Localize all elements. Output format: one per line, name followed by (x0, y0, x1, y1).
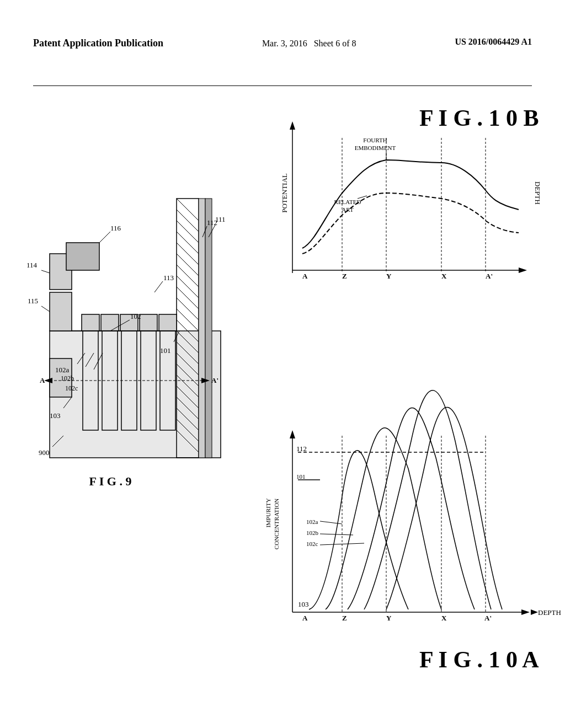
svg-text:103: 103 (50, 411, 61, 420)
svg-marker-100 (521, 609, 530, 615)
svg-text:IMPURITY: IMPURITY (265, 498, 271, 527)
svg-text:102b: 102b (306, 529, 319, 536)
header-publication-type: Patent Application Publication (33, 37, 163, 50)
svg-text:F I G . 1 0 B: F I G . 1 0 B (419, 105, 539, 131)
svg-text:102: 102 (130, 312, 141, 320)
svg-rect-32 (101, 314, 119, 331)
svg-line-6 (177, 243, 199, 265)
svg-line-2 (177, 199, 199, 221)
svg-line-54 (99, 232, 110, 243)
svg-text:103: 103 (298, 600, 309, 608)
svg-text:DEPTH: DEPTH (538, 608, 561, 617)
svg-rect-24 (199, 199, 205, 458)
svg-rect-37 (50, 292, 72, 331)
svg-line-50 (41, 306, 50, 312)
svg-marker-102 (531, 609, 538, 615)
svg-line-5 (177, 232, 199, 254)
svg-text:102a: 102a (55, 366, 70, 374)
svg-line-12 (177, 309, 199, 331)
svg-line-10 (177, 287, 199, 309)
svg-text:A': A' (484, 614, 492, 622)
svg-text:F I G .  9: F I G . 9 (89, 474, 132, 488)
svg-line-4 (177, 221, 199, 243)
main-diagram: A A' 900 103 115 114 116 113 112 111 102 (0, 83, 565, 728)
svg-text:112: 112 (296, 445, 307, 453)
svg-text:101: 101 (160, 346, 171, 355)
svg-line-119 (320, 534, 353, 535)
svg-text:X: X (441, 614, 447, 622)
svg-text:ART: ART (342, 206, 354, 213)
svg-text:Z: Z (342, 614, 347, 622)
svg-marker-75 (519, 267, 527, 273)
svg-rect-25 (205, 199, 212, 458)
svg-line-11 (177, 298, 199, 320)
svg-text:POTENTIAL: POTENTIAL (280, 173, 289, 213)
svg-text:Z: Z (342, 272, 347, 280)
svg-text:101: 101 (296, 473, 306, 480)
svg-text:102c: 102c (65, 384, 78, 392)
svg-text:F I G . 1 0 A: F I G . 1 0 A (419, 647, 539, 672)
svg-rect-35 (159, 314, 177, 331)
svg-rect-31 (82, 314, 99, 331)
svg-text:CONCENTRATION: CONCENTRATION (273, 499, 280, 549)
svg-text:102b: 102b (61, 374, 74, 382)
svg-line-93 (358, 196, 367, 199)
header-date-sheet: Mar. 3, 2016 Sheet 6 of 8 (262, 37, 356, 50)
svg-text:A: A (302, 272, 308, 280)
svg-text:102a: 102a (306, 518, 318, 525)
svg-text:X: X (441, 272, 447, 280)
svg-text:111: 111 (215, 215, 226, 223)
svg-text:EMBODIMENT: EMBODIMENT (355, 144, 396, 151)
svg-text:113: 113 (163, 274, 174, 282)
svg-line-3 (177, 210, 199, 232)
svg-marker-42 (44, 378, 52, 383)
svg-text:A: A (40, 376, 45, 384)
svg-text:Y: Y (386, 614, 392, 622)
svg-line-52 (41, 270, 50, 273)
svg-text:Y: Y (386, 272, 392, 280)
svg-text:115: 115 (28, 297, 38, 305)
svg-line-8 (177, 265, 199, 287)
svg-text:114: 114 (26, 261, 38, 269)
svg-line-117 (320, 521, 342, 524)
svg-rect-34 (140, 314, 157, 331)
svg-marker-96 (290, 430, 295, 438)
svg-text:FOURTH: FOURTH (363, 137, 387, 143)
svg-rect-40 (66, 243, 99, 270)
svg-text:A': A' (486, 272, 493, 280)
svg-text:RELATED: RELATED (334, 199, 361, 205)
svg-text:102c: 102c (306, 540, 318, 547)
svg-marker-77 (290, 121, 295, 130)
header-patent-number: US 2016/0064429 A1 (455, 37, 532, 47)
svg-text:900: 900 (39, 448, 50, 457)
header: Patent Application Publication Mar. 3, 2… (0, 37, 565, 50)
svg-line-9 (177, 276, 199, 298)
svg-line-7 (177, 254, 199, 276)
svg-text:A': A' (211, 376, 218, 384)
svg-text:116: 116 (110, 224, 121, 232)
svg-text:A: A (302, 614, 308, 622)
svg-line-56 (154, 281, 163, 292)
patent-page: Patent Application Publication Mar. 3, 2… (0, 0, 565, 728)
svg-rect-0 (50, 331, 221, 458)
svg-text:DEPTH: DEPTH (534, 181, 542, 205)
